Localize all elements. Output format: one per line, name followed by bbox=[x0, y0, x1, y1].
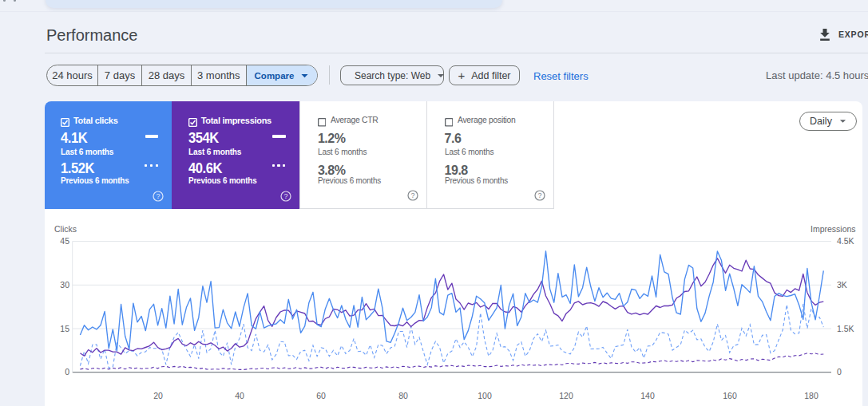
svg-text:160: 160 bbox=[723, 391, 737, 400]
svg-text:0: 0 bbox=[65, 367, 69, 376]
svg-text:Impressions: Impressions bbox=[811, 224, 856, 234]
svg-text:15: 15 bbox=[60, 324, 69, 333]
svg-text:100: 100 bbox=[478, 391, 492, 400]
svg-text:20: 20 bbox=[153, 391, 163, 400]
svg-text:180: 180 bbox=[804, 391, 818, 400]
svg-text:0: 0 bbox=[837, 367, 842, 376]
svg-text:120: 120 bbox=[559, 391, 573, 400]
svg-text:40: 40 bbox=[235, 391, 244, 400]
svg-text:45: 45 bbox=[60, 236, 69, 246]
svg-text:3K: 3K bbox=[837, 280, 847, 290]
svg-text:60: 60 bbox=[316, 391, 326, 400]
svg-text:4.5K: 4.5K bbox=[837, 236, 854, 246]
svg-text:30: 30 bbox=[60, 280, 69, 290]
svg-text:140: 140 bbox=[640, 391, 655, 400]
svg-text:80: 80 bbox=[398, 391, 408, 400]
svg-text:1.5K: 1.5K bbox=[837, 324, 854, 333]
svg-text:Clicks: Clicks bbox=[54, 224, 77, 234]
